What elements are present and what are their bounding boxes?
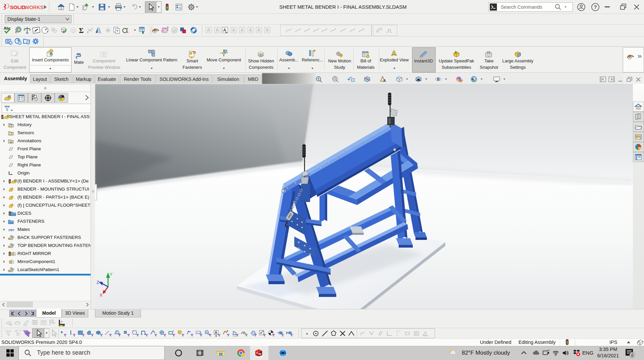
svg-text:Z: Z	[97, 280, 99, 285]
svg-text:W: W	[258, 352, 261, 356]
svg-text:A: A	[383, 79, 386, 83]
svg-text:A: A	[10, 141, 12, 144]
svg-text:?: ?	[594, 4, 597, 10]
svg-text:S: S	[256, 351, 258, 355]
svg-text:N: N	[206, 331, 208, 333]
svg-text:A: A	[232, 28, 235, 33]
svg-text:SOLID: SOLID	[10, 4, 26, 10]
svg-text:2020: 2020	[257, 356, 263, 358]
svg-text:WORKS: WORKS	[24, 4, 44, 10]
svg-text:A: A	[257, 28, 260, 33]
svg-text:8: 8	[631, 353, 633, 358]
svg-text:X: X	[100, 293, 102, 298]
svg-text:0.13: 0.13	[197, 331, 201, 334]
svg-text:A: A	[260, 331, 262, 335]
svg-text:A: A	[266, 28, 269, 33]
svg-text:A: A	[241, 28, 244, 33]
svg-text:A: A	[249, 28, 252, 33]
svg-text:Σ: Σ	[79, 26, 84, 34]
svg-text:A: A	[207, 28, 210, 33]
svg-text:?: ?	[116, 29, 118, 33]
svg-text:Y: Y	[110, 272, 112, 277]
svg-text:A: A	[216, 28, 219, 33]
svg-text:A: A	[215, 331, 217, 335]
